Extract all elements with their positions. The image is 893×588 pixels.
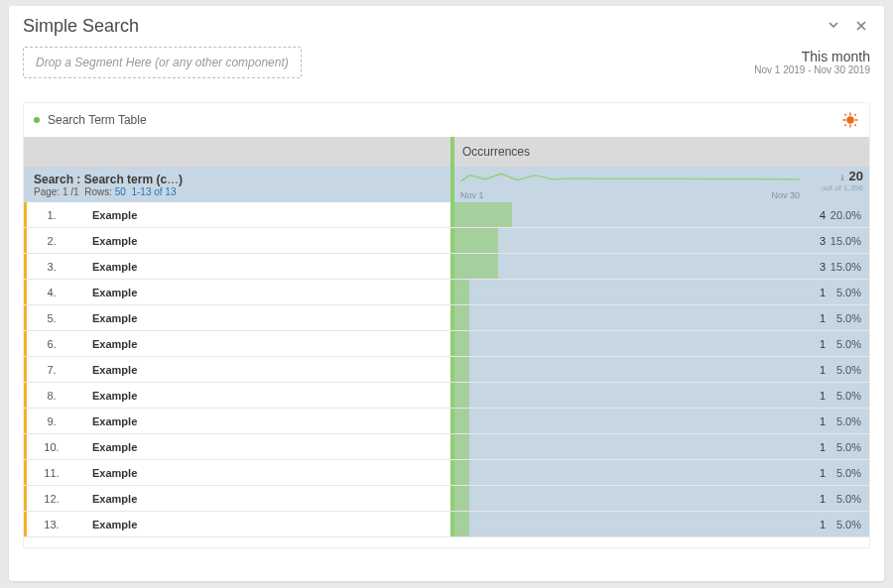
- row-label: Example: [92, 390, 137, 402]
- table-row[interactable]: 11.Example15.0%: [24, 460, 869, 486]
- row-bar: [450, 383, 469, 408]
- column-occurrences[interactable]: Occurrences: [454, 137, 869, 167]
- row-bar: [450, 202, 512, 227]
- table-row[interactable]: 10.Example15.0%: [24, 434, 869, 460]
- row-label: Example: [92, 415, 137, 427]
- metric-total[interactable]: ↓20 out of 1,356: [806, 169, 863, 192]
- table-row[interactable]: 9.Example15.0%: [24, 409, 869, 434]
- row-index: 6.: [37, 338, 66, 350]
- row-bar: [450, 331, 469, 356]
- svg-rect-2: [849, 125, 851, 128]
- row-percent: 15.0%: [830, 254, 861, 280]
- row-value: 1: [820, 280, 826, 305]
- row-percent: 5.0%: [836, 305, 861, 331]
- row-label: Example: [92, 209, 137, 221]
- row-value: 1: [820, 512, 826, 537]
- close-icon[interactable]: [852, 18, 870, 36]
- sort-arrow-icon[interactable]: ↓: [840, 172, 845, 182]
- row-bar: [450, 512, 469, 536]
- row-percent: 5.0%: [836, 383, 861, 409]
- row-label: Example: [92, 312, 137, 324]
- svg-point-0: [846, 116, 854, 124]
- row-percent: 5.0%: [836, 434, 861, 460]
- row-index: 2.: [37, 235, 66, 247]
- data-grid: Occurrences Search : Search term (c…) Pa…: [24, 137, 869, 537]
- spark-start: Nov 1: [460, 190, 484, 200]
- table-row[interactable]: 5.Example15.0%: [24, 305, 869, 331]
- row-bar: [450, 357, 469, 382]
- row-value: 1: [820, 486, 826, 512]
- table-row[interactable]: 6.Example15.0%: [24, 331, 869, 357]
- row-bar: [450, 305, 469, 330]
- table-row[interactable]: 13.Example15.0%: [24, 512, 869, 537]
- date-range-title: This month: [754, 49, 870, 64]
- table-title[interactable]: Search Term Table: [48, 113, 147, 127]
- row-percent: 5.0%: [836, 460, 861, 486]
- row-percent: 5.0%: [836, 331, 861, 357]
- svg-rect-4: [855, 119, 858, 121]
- row-index: 5.: [37, 312, 66, 324]
- row-value: 1: [820, 434, 826, 460]
- row-label: Example: [92, 338, 137, 350]
- row-value: 1: [820, 383, 826, 409]
- spark-end: Nov 30: [771, 190, 800, 200]
- row-label: Example: [92, 235, 137, 247]
- row-percent: 5.0%: [836, 357, 861, 383]
- row-label: Example: [92, 364, 137, 376]
- collapse-icon[interactable]: [825, 18, 842, 36]
- row-value: 1: [820, 460, 826, 486]
- row-index: 11.: [37, 467, 66, 479]
- column-dimension[interactable]: [24, 137, 450, 167]
- status-dot-icon: [34, 117, 40, 123]
- segment-row: Drop a Segment Here (or any other compon…: [9, 43, 884, 88]
- date-range[interactable]: This month Nov 1 2019 - Nov 30 2019: [754, 47, 870, 75]
- row-value: 1: [820, 305, 826, 331]
- table-row[interactable]: 4.Example15.0%: [24, 280, 869, 305]
- row-index: 12.: [37, 493, 66, 505]
- row-index: 3.: [37, 261, 66, 273]
- svg-rect-1: [849, 113, 851, 116]
- row-index: 4.: [37, 287, 66, 298]
- panel-title[interactable]: Simple Search: [23, 16, 825, 37]
- svg-rect-5: [844, 113, 847, 116]
- row-value: 4: [820, 202, 826, 228]
- row-label: Example: [92, 261, 137, 273]
- table-row[interactable]: 12.Example15.0%: [24, 486, 869, 512]
- row-bar: [450, 486, 469, 511]
- row-index: 7.: [37, 364, 66, 376]
- row-label: Example: [92, 287, 137, 298]
- dimension-label[interactable]: Search : Search term (c…): [34, 173, 441, 186]
- row-label: Example: [92, 441, 137, 453]
- table-row[interactable]: 2.Example315.0%: [24, 228, 869, 254]
- row-index: 10.: [37, 441, 66, 453]
- row-label: Example: [92, 467, 137, 479]
- svg-rect-6: [854, 113, 857, 116]
- table-row[interactable]: 1.Example420.0%: [24, 202, 869, 228]
- report-panel: Simple Search Drop a Segment Here (or an…: [9, 6, 884, 581]
- row-index: 13.: [37, 519, 66, 530]
- segment-drop-zone[interactable]: Drop a Segment Here (or any other compon…: [23, 47, 302, 78]
- row-percent: 5.0%: [836, 280, 861, 305]
- grid-columns: Occurrences: [24, 137, 869, 167]
- bug-icon[interactable]: [841, 111, 859, 129]
- panel-header: Simple Search: [9, 6, 884, 43]
- row-value: 1: [820, 409, 826, 434]
- table-header: Search Term Table: [24, 103, 869, 137]
- row-percent: 5.0%: [836, 512, 861, 537]
- table-row[interactable]: 3.Example315.0%: [24, 254, 869, 280]
- pagination-label[interactable]: Page: 1 /1 Rows: 50 1-13 of 13: [34, 186, 441, 197]
- row-bar: [450, 254, 498, 279]
- row-value: 1: [820, 357, 826, 383]
- row-percent: 5.0%: [836, 486, 861, 512]
- row-value: 1: [820, 331, 826, 357]
- row-label: Example: [92, 493, 137, 505]
- table-row[interactable]: 7.Example15.0%: [24, 357, 869, 383]
- svg-rect-3: [843, 119, 846, 121]
- row-bar: [450, 434, 469, 459]
- row-index: 1.: [37, 209, 66, 221]
- row-value: 3: [820, 228, 826, 254]
- sparkline: [460, 171, 800, 186]
- date-range-detail: Nov 1 2019 - Nov 30 2019: [754, 64, 870, 75]
- table-row[interactable]: 8.Example15.0%: [24, 383, 869, 409]
- row-percent: 20.0%: [830, 202, 861, 228]
